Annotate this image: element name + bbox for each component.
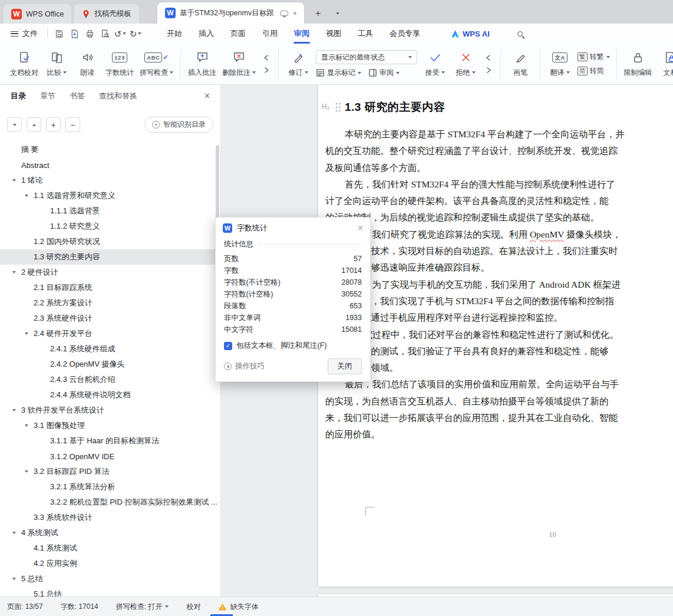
document-text-line[interactable]: 的实现，为自然语言交互机器人、自主移动拍摄平台等领域提供了新的 [325,393,673,410]
toc-item[interactable]: 5 总结 [0,571,220,587]
delete-comment-button[interactable]: 删除批注 [219,47,259,82]
toc-item[interactable]: 5.1 总结 [0,587,220,597]
document-text-line[interactable]: 通过该框架，我们实现了手机与 STM32F4 平台之间的数据传输和控制指 [325,293,673,309]
document-text-line[interactable]: 首先，我们针对 STM32F4 平台的强大性能与控制系统便利性进行了 [325,176,673,193]
sidebar-tab-chapter[interactable]: 章节 [40,91,55,101]
document-tab[interactable]: W 基于STM32与openmv目标跟 [157,2,304,24]
paragraph-drag-handle-icon[interactable] [334,102,342,115]
compare-button[interactable]: 比较 [41,47,72,82]
translate-button[interactable]: 文A 翻译 [545,47,575,82]
document-text-line[interactable]: 在研究过程中，我们还对平台的兼容性和稳定性进行了测试和优化。 [325,327,673,343]
toc-item[interactable]: 3.2.2 舵机位置型 PID 控制器实际控制效果测试 ... [0,495,220,510]
document-text-line[interactable]: 本研究的主要内容是基于 STM32F4 平台构建了一个全向运动平台，并 [325,126,673,143]
spell-check-button[interactable]: ABC✓ 拼写检查 [137,47,176,82]
toc-item[interactable]: 2 硬件设计 [0,265,220,280]
document-text-line[interactable]: 得用户可以通过手机应用程序对平台进行远程操控和监控。 [325,309,673,326]
toc-item[interactable]: 3.3 系统软件设计 [0,510,220,525]
toc-item[interactable]: 摘 要 [0,142,220,157]
toc-caret-icon[interactable] [12,179,16,182]
document-text-line[interactable]: 机的交互功能。整个研究过程涵盖了平台设计、控制系统开发、视觉追踪 [325,143,673,159]
document-text-line[interactable]: 确保平台能够迅速响应并准确跟踪目标。 [325,259,673,276]
menu-tab[interactable]: 审阅 [286,24,318,44]
toc-caret-icon[interactable] [25,424,28,427]
toc-item[interactable]: 2.4 硬件开发平台 [0,326,220,341]
document-text-line[interactable]: 工业和民用领域。 [325,360,673,376]
smart-toc-button[interactable]: 智能识别目录 [144,117,213,133]
document-text-line[interactable]: 的应用价值。 [325,426,673,443]
dialog-close-button[interactable]: × [358,223,363,233]
document-text-line[interactable]: 的运动控制，为后续的视觉追踪和控制逻辑生成提供了坚实的基础。 [325,209,673,226]
menu-tab[interactable]: 会员专享 [381,24,428,44]
previous-comment-button[interactable] [260,54,273,62]
toc-item[interactable]: 3.1 图像预处理 [0,418,220,433]
document-text-line[interactable]: 计了全向运动平台的硬件架构。该平台具备高度的灵活性和稳定性，能 [325,193,673,209]
toc-item[interactable]: 3 软件开发平台系统设计 [0,403,220,418]
previous-change-button[interactable] [482,54,495,62]
toc-item[interactable]: 1.1.2 研究意义 [0,219,220,234]
toc-item[interactable]: 2.4.2 OpenMV 摄像头 [0,357,220,372]
missing-font-warning[interactable]: ! 缺失字体 [218,602,258,612]
save-button[interactable] [51,27,67,41]
new-tab-button[interactable]: + [311,6,326,21]
toc-caret-icon[interactable] [25,470,28,473]
toc-caret-icon[interactable] [12,578,16,580]
next-change-button[interactable] [482,67,495,74]
menu-tab[interactable]: 插入 [190,24,222,44]
toc-item[interactable]: 1 绪论 [0,173,220,188]
toc-item[interactable]: 3.2.1 系统算法分析 [0,479,220,495]
document-page[interactable]: H₂ 1.3 研究的主要内容 本研究的主要内容是基于 STM32F4 平台构建了… [318,85,673,587]
sidebar-tab-find-replace[interactable]: 查找和替换 [99,91,137,101]
toc-item[interactable]: 4 系统测试 [0,525,220,541]
tab-list-button[interactable] [330,6,345,21]
app-home-tab[interactable]: W WPS Office [4,4,71,24]
export-pdf-button[interactable] [67,27,82,41]
review-pane-button[interactable]: 审阅 [368,68,400,78]
print-button[interactable] [82,27,97,41]
document-text-line[interactable]: 及板间通信等多个方面。 [325,160,673,176]
toc-item[interactable]: 3.1.2 OpenMV IDE [0,449,220,464]
toc-collapse-all-button[interactable] [7,117,22,132]
checkbox-checked-icon[interactable]: ✓ [224,342,232,350]
next-comment-button[interactable] [260,67,273,74]
restrict-editing-button[interactable]: 限制编辑 [621,47,655,82]
markup-state-select[interactable]: 显示标记的最终状态 [316,50,417,64]
document-text-line[interactable]: 此外，为了实现与手机的交互功能，我们采用了 Android ADK 框架进 [325,276,673,293]
toc-item[interactable]: 1.3 研究的主要内容 [0,249,220,265]
document-heading[interactable]: 1.3 研究的主要内容 [345,100,445,115]
toc-item[interactable]: 2.3 系统硬件设计 [0,311,220,326]
redo-button[interactable]: ↻ [128,27,143,41]
sidebar-tab-bookmark[interactable]: 书签 [70,91,85,101]
track-changes-button[interactable]: 修订 [283,47,314,82]
dialog-titlebar[interactable]: W 字数统计 × [216,218,370,236]
toc-item[interactable]: 1.1.1 选题背景 [0,203,220,219]
page-indicator[interactable]: 页面: 13/57 [7,602,43,612]
document-permission-button[interactable]: 文档 [655,47,673,82]
toc-item[interactable]: 3.2 目标跟踪 PID 算法 [0,464,220,479]
toc-caret-icon[interactable] [12,409,16,411]
undo-button[interactable]: ↺ [113,27,128,41]
toc-item[interactable]: 3.1.1 基于 Haar 的目标检测算法 [0,433,220,449]
toc-item[interactable]: 4.2 应用实例 [0,556,220,571]
document-text-line[interactable]: 和模式识别技术，实现对目标的自动追踪。在算法设计上，我们注重实时 [325,243,673,259]
menu-tab[interactable]: 视图 [318,24,349,44]
word-count-button[interactable]: 123 字数统计 [103,47,137,82]
document-text-line[interactable]: 应用场景中的测试，我们验证了平台具有良好的兼容性和稳定性，能够 [325,343,673,360]
toc-item[interactable]: 1.2 国内外研究状况 [0,234,220,249]
read-aloud-button[interactable]: 朗读 [72,47,103,82]
to-traditional-button[interactable]: 繁 转繁 [578,52,610,62]
toc-item[interactable]: 2.2 系统方案设计 [0,295,220,311]
accept-change-button[interactable]: 接受 [420,47,450,82]
reject-change-button[interactable]: 拒绝 [450,47,481,82]
search-button[interactable] [513,27,527,41]
template-tab[interactable]: 找稿壳模板 [74,4,139,24]
tips-link[interactable]: 操作技巧 [224,361,265,371]
toc-level-minus-button[interactable]: − [65,117,80,132]
toc-expand-all-button[interactable] [27,117,41,132]
close-button[interactable]: 关闭 [328,358,362,374]
doc-proofing-button[interactable]: 文档校对 [7,47,41,82]
document-text-line[interactable]: 来，我们可以进一步拓展该平台的应用范围，提升其在工业自动化、智能 [325,410,673,426]
show-markup-button[interactable]: 显示标记 [316,68,361,78]
document-text-line[interactable]: 其次，我们研究了视觉追踪算法的实现。利用 OpenMV 摄像头模块， [325,226,673,243]
file-menu-button[interactable]: 文件 [5,24,44,44]
sidebar-close-button[interactable]: × [204,91,210,101]
